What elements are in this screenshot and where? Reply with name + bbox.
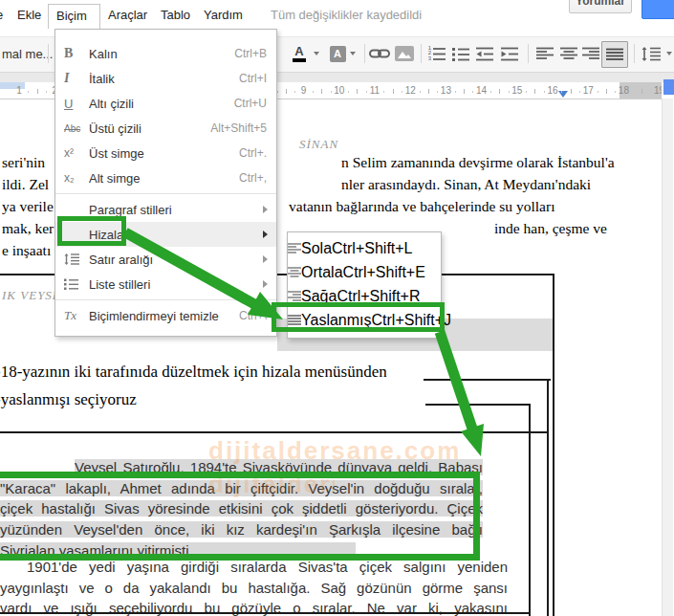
- vertical-scrollbar[interactable]: [662, 99, 673, 616]
- subscript-icon: x₂: [55, 171, 89, 185]
- list-styles-icon: [55, 278, 89, 290]
- menu-item-bold[interactable]: B KalınCtrl+B: [55, 41, 276, 66]
- align-right-icon[interactable]: [578, 41, 603, 66]
- ruler-number: 17: [583, 85, 594, 96]
- paragraph-style-selector[interactable]: mal me...: [2, 47, 53, 61]
- ruler-tick: [348, 91, 349, 93]
- justify-icon[interactable]: [601, 41, 628, 68]
- menu-item-subscript[interactable]: x₂ Alt simgeCtrl+,: [55, 165, 276, 190]
- numbered-list-icon[interactable]: 1 2 3: [424, 41, 449, 66]
- annotation-box-yaslanmis: [272, 302, 445, 332]
- menu-tablo[interactable]: Tablo: [161, 8, 190, 22]
- ruler-number: 18: [619, 85, 629, 96]
- doc-fragment[interactable]: ya verile: [2, 198, 54, 215]
- menu-bicim[interactable]: Biçim: [48, 4, 100, 29]
- ruler-tick: [428, 89, 429, 94]
- ruler-tick: [286, 89, 287, 94]
- menu-item-underline[interactable]: U Altı çiziliCtrl+U: [55, 91, 276, 116]
- text-color-icon[interactable]: A: [287, 41, 312, 66]
- ruler-number: 19: [654, 85, 662, 96]
- annotation-arrowhead-2: [461, 424, 484, 456]
- doc-text-line[interactable]: yaygınlaştı ve o da yakalandı bu hastalı…: [0, 578, 508, 599]
- ruler-tick: [579, 91, 580, 93]
- menu-item-list-styles[interactable]: Liste stilleri: [55, 272, 276, 297]
- increase-indent-icon[interactable]: [497, 41, 522, 66]
- insert-link-icon[interactable]: [367, 41, 392, 66]
- text-color-dropdown-icon[interactable]: [314, 52, 319, 55]
- align-left-icon[interactable]: [533, 41, 557, 66]
- google-docs-window: SİNAN seri'nin ildi. Zel ya verile mak, …: [0, 0, 674, 616]
- bold-icon: B: [55, 46, 89, 61]
- submenu-item-ortala[interactable]: OrtalaCtrl+Shift+E: [288, 260, 441, 284]
- doc-instruction-line[interactable]: -18-yazının iki tarafınıda düzeltmek içi…: [0, 363, 387, 382]
- menu-item-italic[interactable]: I İtalikCtrl+I: [55, 66, 276, 91]
- ruler-tick: [357, 89, 358, 94]
- decrease-indent-icon[interactable]: [472, 41, 497, 66]
- submenu-item-sola[interactable]: SolaCtrl+Shift+L: [288, 236, 441, 260]
- annotation-box-hizala: [57, 216, 126, 246]
- line-spacing-dropdown-icon[interactable]: [666, 52, 672, 55]
- highlight-color-icon[interactable]: A: [325, 41, 350, 66]
- ruler-tick: [46, 91, 47, 93]
- menu-item-superscript[interactable]: x² Üst simgeCtrl+.: [55, 141, 276, 165]
- table-border: [425, 404, 531, 406]
- comments-button[interactable]: Yorumlar: [569, 0, 632, 13]
- menu-separator: [55, 299, 276, 300]
- doc-fragment[interactable]: e inşaatı: [2, 242, 51, 259]
- menu-item-clear-formatting[interactable]: Tx Biçimlendirmeyi temizleCtrl+\: [55, 303, 276, 328]
- insert-image-icon[interactable]: [392, 41, 417, 66]
- doc-heading-sinan[interactable]: SİNAN: [299, 137, 338, 152]
- table-border: [529, 404, 531, 616]
- ruler-number: 11: [370, 85, 380, 96]
- ruler-tick: [509, 91, 510, 93]
- toolbar-separator: [48, 44, 49, 63]
- format-menu: B KalınCtrl+B I İtalikCtrl+I U Altı çizi…: [54, 29, 277, 337]
- submenu-arrow-icon: [263, 231, 268, 238]
- menu-ekle[interactable]: Ekle: [17, 8, 41, 22]
- save-status: Tüm değişiklikler kaydedildi: [271, 8, 422, 22]
- doc-text-line[interactable]: vatanın bağlarında ve bahçelerinde su yo…: [289, 198, 554, 215]
- toolbar-separator: [634, 44, 635, 63]
- highlight-dropdown-icon[interactable]: [350, 52, 356, 55]
- ruler-tick: [294, 91, 295, 93]
- table-border: [0, 431, 549, 433]
- ruler-tick: [544, 91, 545, 93]
- line-spacing-icon[interactable]: [639, 41, 663, 66]
- doc-instruction-line[interactable]: -yaslanmışı seçiyoruz: [0, 390, 137, 409]
- right-indent-marker[interactable]: [558, 91, 568, 98]
- ruler-number: 14: [476, 85, 487, 96]
- scroll-top-marker[interactable]: [663, 79, 674, 95]
- ruler-tick: [641, 89, 642, 94]
- menu-araclar[interactable]: Araçlar: [108, 8, 147, 22]
- ruler-tick: [499, 89, 500, 94]
- underline-icon: U: [55, 97, 89, 111]
- menu-yardim[interactable]: Yardım: [204, 8, 243, 22]
- ruler-number: 16: [547, 85, 557, 96]
- menubar-edge-fragment: e: [0, 8, 3, 22]
- submenu-arrow-icon: [263, 255, 268, 263]
- table-border: [0, 612, 531, 614]
- ruler-number: 9: [301, 85, 307, 96]
- menu-item-line-spacing[interactable]: Satır aralığı: [55, 247, 276, 272]
- share-button[interactable]: [641, 0, 674, 19]
- ruler-tick: [526, 91, 527, 93]
- ruler-tick: [615, 91, 616, 93]
- doc-fragment[interactable]: seri'nin: [2, 154, 45, 171]
- ruler-number: 1: [16, 85, 22, 96]
- align-left-icon: [288, 243, 301, 253]
- doc-text-line[interactable]: n Selim zamanında devşirme olarak İstanb…: [341, 154, 615, 171]
- table-border: [547, 379, 549, 616]
- doc-fragment[interactable]: mak, ker: [2, 220, 54, 237]
- doc-fragment[interactable]: ildi. Zel: [2, 176, 49, 193]
- bulleted-list-icon[interactable]: [448, 41, 473, 66]
- paragraph[interactable]: 1901'de yedi yaşına girdiği sıralarda Si…: [0, 557, 508, 616]
- doc-text-line[interactable]: inde han, çeşme ve: [494, 220, 607, 237]
- ruler-tick: [28, 91, 29, 93]
- ruler-tick: [650, 91, 651, 93]
- menu-item-strikethrough[interactable]: Abc Üstü çiziliAlt+Shift+5: [55, 116, 276, 141]
- ruler-tick: [383, 91, 384, 93]
- ruler-tick: [402, 91, 402, 93]
- ruler-tick: [393, 89, 394, 94]
- toolbar-separator: [364, 44, 365, 63]
- doc-text-line[interactable]: nler arasındaydı. Sinan, At Meydanı'ndak…: [341, 176, 591, 193]
